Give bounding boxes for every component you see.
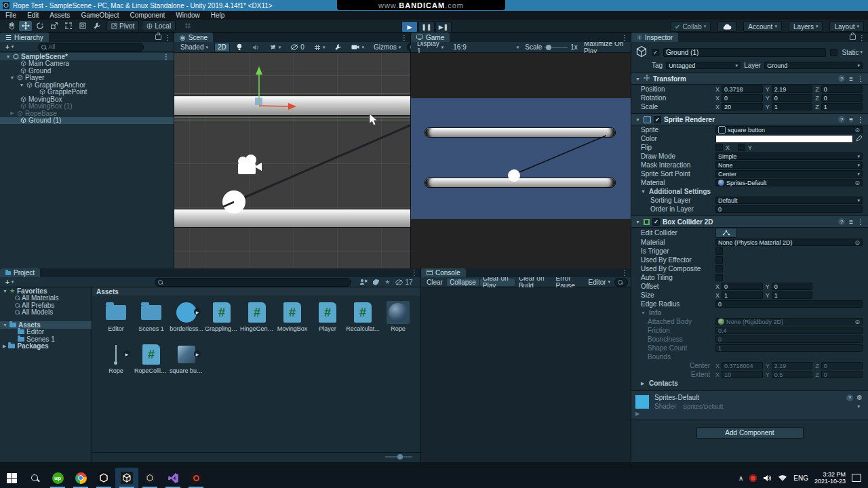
lighting-toggle-icon[interactable] [233,43,246,52]
layer-dropdown[interactable]: Ground▾ [764,62,863,69]
help-icon[interactable]: ? [838,218,845,225]
taskbar-unity-editor[interactable] [115,468,138,488]
scale-slider-track[interactable] [545,47,568,48]
console-tab[interactable]: Console [421,268,466,277]
hidden-items-indicator[interactable]: 17 [395,279,412,286]
edit-collider-button[interactable] [715,228,737,238]
offset-y-field[interactable]: 0 [772,283,813,290]
tree-all-models[interactable]: All Models [0,309,92,317]
language-indicator[interactable]: ENG [793,474,808,482]
scale-x-field[interactable]: 20 [722,103,763,110]
action-center-icon[interactable] [852,474,861,482]
asset-rope-material[interactable]: Rope [381,301,415,332]
asset-movingbox-script[interactable]: #MovingBox [275,301,309,332]
rect-tool-icon[interactable] [62,21,75,31]
recording-indicator-icon[interactable] [749,474,757,482]
component-tools-icon[interactable] [331,43,345,52]
hierarchy-row-ground[interactable]: Ground [0,67,174,75]
effects-dropdown-icon[interactable]: ▾ [266,43,285,52]
object-picker-icon[interactable]: ⊙ [854,127,860,134]
tree-all-prefabs[interactable]: All Prefabs [0,302,92,309]
tree-editor[interactable]: Editor [0,329,92,336]
presets-icon[interactable]: ≡ [849,75,853,83]
shading-mode-dropdown[interactable]: Shaded▾ [177,43,212,52]
taskbar-visual-studio[interactable] [161,468,184,488]
expander-icon[interactable]: ▼ [9,75,15,80]
kebab-menu-icon[interactable]: ⋮ [164,34,171,41]
presets-icon[interactable]: ≡ [849,116,853,123]
asset-square-button-sprite[interactable]: ▶square but... [170,343,203,374]
maximize-on-play-toggle[interactable]: Maximize On Play [580,43,628,52]
play-button[interactable]: ▶ [401,21,418,33]
pause-button[interactable]: ❚❚ [418,21,435,33]
transform-tool-icon[interactable] [76,21,89,31]
tray-expand-chevron[interactable]: ∧ [738,474,743,482]
editor-dropdown[interactable]: Editor ▾ [586,279,613,286]
tree-packages[interactable]: ▶Packages [0,343,92,350]
hierarchy-row-movingbox-1[interactable]: MovingBox (1) [0,103,174,110]
lock-icon[interactable] [155,35,161,40]
component-enabled-checkbox[interactable]: ✓ [652,218,660,226]
hierarchy-row-ropebase[interactable]: ▶RopeBase [0,110,174,117]
scene-visibility-icon[interactable]: 0 [287,43,308,52]
eyedropper-icon[interactable] [856,135,863,143]
console-search[interactable] [614,278,628,287]
game-tab[interactable]: Game [411,33,450,42]
grid-visibility-dropdown[interactable]: ▾ [311,43,329,52]
color-swatch[interactable] [715,135,853,143]
foldout-icon[interactable]: ▼ [635,117,641,122]
add-component-button[interactable]: Add Component [696,427,804,439]
position-y-field[interactable]: 2.19 [772,85,813,93]
sprite-renderer-header[interactable]: ▼ ✓ Sprite Renderer ?≡⋮ [631,113,868,125]
scale-slider-knob[interactable] [546,45,551,50]
offset-x-field[interactable]: 0 [722,283,763,290]
grid-snapping-icon[interactable] [181,21,194,31]
scene-tab[interactable]: ◉Scene [174,33,213,42]
foldout-icon[interactable]: ▼ [641,310,646,315]
object-picker-icon[interactable]: ⊙ [854,239,860,246]
foldout-icon[interactable]: ▼ [635,77,641,81]
position-z-field[interactable]: 0 [821,85,863,93]
local-toggle[interactable]: Local [142,20,176,31]
contacts-row[interactable]: ▶ Contacts [631,379,868,388]
asset-player-script[interactable]: #Player [311,301,344,332]
sorting-layer-dropdown[interactable]: Default▾ [715,197,863,204]
account-dropdown[interactable]: Account▾ [743,21,782,32]
2d-toggle[interactable]: 2D [214,43,230,52]
draw-mode-dropdown[interactable]: Simple▾ [715,152,863,160]
hierarchy-search[interactable] [38,43,144,52]
expander-icon[interactable]: ▼ [19,83,24,87]
lock-icon[interactable] [850,35,856,40]
taskbar-bandicam[interactable] [184,468,208,488]
hierarchy-row-samplescene[interactable]: ▼ SampleScene* ⋮ [0,53,174,60]
kebab-menu-icon[interactable]: ⋮ [859,34,865,41]
taskbar-chrome[interactable] [69,468,92,488]
presets-icon[interactable]: ≡ [849,218,853,226]
custom-tool-icon[interactable] [90,21,103,31]
mask-interaction-dropdown[interactable]: None▾ [715,161,863,169]
menu-assets[interactable]: Assets [44,11,75,20]
used-by-composite-checkbox[interactable] [715,265,723,272]
play-badge-icon[interactable]: ▶ [194,308,201,315]
start-button[interactable] [0,468,23,488]
gameobject-name-field[interactable]: Ground (1) [663,48,826,57]
help-icon[interactable]: ? [838,116,845,123]
favorites-filter-icon[interactable]: ★ [384,279,390,285]
kebab-menu-icon[interactable]: ⋮ [411,269,418,277]
tree-assets[interactable]: ▼Assets [0,321,92,329]
taskbar-clock[interactable]: 3:32 PM 2021-10-23 [814,471,846,485]
kebab-menu-icon[interactable]: ⋮ [621,34,628,41]
flip-y-checkbox[interactable] [738,144,745,151]
asset-recalculate-script[interactable]: #Recalculat... [346,301,380,332]
taskbar-upwork[interactable]: up [46,468,69,488]
scale-y-field[interactable]: 1 [772,103,813,110]
hand-tool-icon[interactable] [5,21,18,31]
create-dropdown[interactable]: +▾ [3,43,16,51]
cloud-button[interactable] [717,21,736,32]
menu-component[interactable]: Component [125,11,171,20]
order-in-layer-field[interactable]: 0 [715,205,863,213]
layout-dropdown[interactable]: Layout▾ [829,21,864,32]
hierarchy-row-grapplepoint[interactable]: GrapplePoint [0,89,174,96]
kebab-menu-icon[interactable]: ⋮ [621,269,628,277]
physics-material-field[interactable]: None (Physics Material 2D)⊙ [715,239,863,246]
